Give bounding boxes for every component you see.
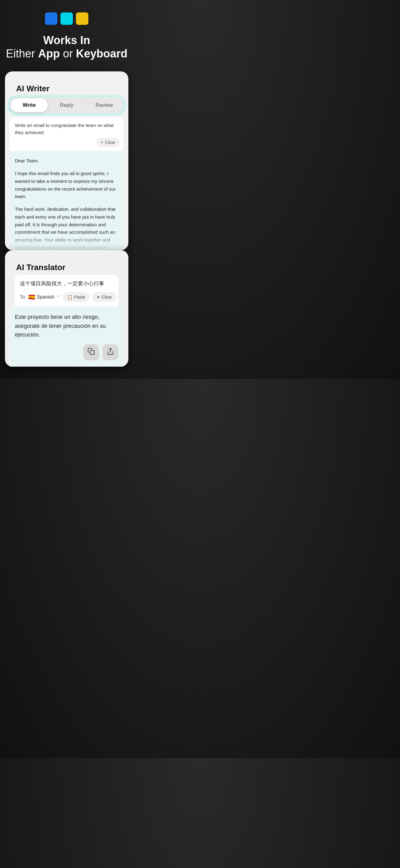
hero-keyboard: Keyboard	[76, 47, 128, 60]
translated-text: Este proyecto tiene un alto riesgo, aseg…	[15, 313, 119, 339]
email-para1: I hope this email finds you all in good …	[15, 170, 119, 200]
prompt-text: Write an email to congratulate the team …	[15, 122, 119, 136]
tab-review[interactable]: Review	[86, 98, 123, 112]
translator-controls: To 🇪🇸 Spanish ⌃ 📋 Paste ✕ Clear	[20, 292, 113, 302]
email-content: Dear Team, I hope this email finds you a…	[10, 151, 124, 250]
tab-reply[interactable]: Reply	[48, 98, 85, 112]
share-button[interactable]	[102, 344, 119, 361]
translator-clear-label: Clear	[102, 294, 112, 300]
yellow-dot	[76, 12, 88, 25]
writer-header: AI Writer	[10, 78, 124, 97]
hero-either: Either	[6, 47, 38, 60]
hero-line1: Works In	[6, 34, 128, 47]
source-text: 这个项目风险很大，一定要小心行事	[20, 280, 113, 288]
cards-wrapper: AI Writer Write Reply Review Write an em…	[5, 71, 128, 367]
chevron-icon: ⌃	[56, 294, 60, 300]
svg-rect-0	[90, 350, 94, 354]
translator-header: AI Translator	[10, 256, 124, 275]
copy-button[interactable]	[83, 344, 99, 361]
hero-section: Works In Either App or Keyboard	[6, 34, 128, 60]
action-buttons	[15, 344, 119, 361]
blue-dot	[45, 12, 57, 25]
email-para2: The hard work, dedication, and collabora…	[15, 206, 119, 250]
color-dots	[45, 12, 88, 25]
hero-line2: Either App or Keyboard	[6, 47, 128, 60]
tab-write[interactable]: Write	[10, 98, 48, 112]
language-selector[interactable]: 🇪🇸 Spanish ⌃	[28, 294, 60, 301]
hero-or: or	[60, 47, 76, 60]
tab-bar-wrapper: Write Reply Review	[9, 97, 124, 113]
ai-translator-card: AI Translator 这个项目风险很大，一定要小心行事 To 🇪🇸 Spa…	[5, 250, 128, 367]
source-text-area: 这个项目风险很大，一定要小心行事 To 🇪🇸 Spanish ⌃ 📋 Paste…	[15, 275, 119, 306]
translator-title: AI Translator	[16, 262, 117, 272]
paste-button[interactable]: 📋 Paste	[63, 292, 90, 302]
cyan-dot	[61, 12, 73, 25]
hero-app: App	[38, 47, 60, 60]
prompt-area: Write an email to congratulate the team …	[10, 117, 124, 151]
language-name: Spanish	[37, 294, 55, 300]
language-flag: 🇪🇸	[28, 294, 35, 301]
paste-label: Paste	[74, 294, 85, 300]
email-greeting: Dear Team,	[15, 157, 119, 165]
translation-result: Este proyecto tiene un alto riesgo, aseg…	[10, 306, 124, 367]
tab-bar: Write Reply Review	[9, 97, 124, 113]
writer-clear-label: Clear	[105, 140, 115, 145]
to-label: To	[20, 294, 25, 300]
share-icon	[107, 348, 114, 357]
translator-clear-button[interactable]: ✕ Clear	[92, 292, 116, 302]
writer-title: AI Writer	[16, 84, 117, 93]
translator-clear-x-icon: ✕	[96, 294, 100, 300]
prompt-wrapper: Write an email to congratulate the team …	[10, 117, 124, 250]
clear-x-icon: ✕	[100, 140, 104, 145]
paste-icon: 📋	[67, 294, 72, 300]
translator-btn-group: 📋 Paste ✕ Clear	[63, 292, 116, 302]
writer-clear-button[interactable]: ✕ Clear	[96, 138, 120, 147]
ai-writer-card: AI Writer Write Reply Review Write an em…	[5, 71, 128, 250]
copy-icon	[88, 348, 95, 357]
